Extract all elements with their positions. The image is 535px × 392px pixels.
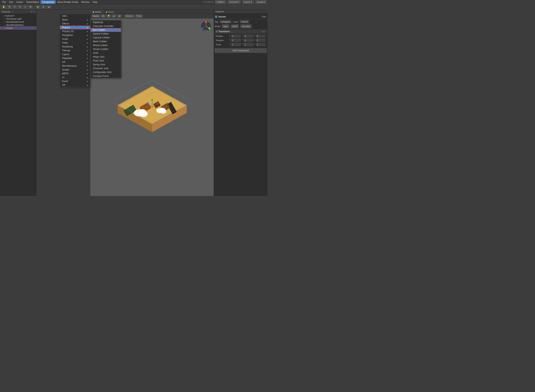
inspector-obj-name: house [219,15,226,18]
main-layout: Hierarchy ▾ All ▾ ▸ myScene* ▸ Direction… [0,9,268,196]
play-btn[interactable]: ▶ [36,5,40,9]
menu-physics2d[interactable]: Physics 2D ▸ [60,29,90,33]
menu-audio[interactable]: Audio ▸ [60,37,90,41]
menu-physics[interactable]: Physics ▸ [60,26,90,29]
tab-scene[interactable]: ▶ Scene [90,10,104,14]
transform-component-header[interactable]: ⊕ Transform ⚙ ? [215,29,267,34]
submenu-fixedjoint[interactable]: Fixed Joint [91,59,121,63]
scene-area: Add... Mesh ▸ Effects ▸ Physics ▸ Physic… [37,9,214,196]
rot-x-field[interactable]: 0 [231,39,241,42]
menu-scripts[interactable]: Scripts ▸ [60,68,90,72]
transform-rotation-row: Rotation X 0 Y 0 Z 0 [215,38,267,42]
inspector-layer-label: Layer [233,21,238,23]
submenu-rigidbody[interactable]: Rigidbody [91,20,121,24]
hand-tool[interactable]: ✋ [1,5,7,9]
menu-mrtk[interactable]: MRTK ▸ [60,72,90,75]
hier-mrtoolkit[interactable]: ▸ MixedRealityToolki [0,20,36,23]
scene-persp-btn[interactable]: Persp [135,14,143,18]
menu-edit[interactable]: Edit [8,0,15,4]
submenu-meshcollider[interactable]: Mesh Collider [91,40,121,43]
menu-component[interactable]: Component [41,0,56,4]
object-enabled-checkbox[interactable] [215,16,217,18]
pos-y-field[interactable]: 0 [244,35,253,38]
menu-help[interactable]: Help [91,0,99,4]
submenu-springjoint[interactable]: Spring Joint [91,63,121,66]
menu-effects[interactable]: Effects ▸ [60,22,90,26]
menu-mrtk[interactable]: Mixed Reality Toolkit [56,0,80,4]
add-component-button[interactable]: Add Component [215,48,267,53]
scene-gizmos-btn[interactable]: Gizmos ▾ [124,14,135,18]
scene-tool-shading[interactable]: Shaded [91,14,100,18]
menu-video[interactable]: Video ▸ [60,41,90,45]
pos-x-field[interactable]: 0 [231,35,241,38]
submenu-charcontroller[interactable]: Character Controller [91,24,121,28]
menu-gameobject[interactable]: GameObject [25,0,41,4]
hier-myscene[interactable]: ▸ myScene* [0,14,36,17]
menu-file[interactable]: File [1,0,8,4]
rotation-values: X 0 Y 0 Z 0 [229,39,266,42]
inspector-title: Inspector [215,10,224,13]
menu-xr[interactable]: XR ▸ [60,83,90,87]
menu-ui[interactable]: UI ▸ [60,75,90,79]
inspector-overrides-btn[interactable]: Overrides [240,24,251,28]
pause-btn[interactable]: ⏸ [41,5,46,9]
menu-rendering[interactable]: Rendering ▸ [60,45,90,49]
menu-misc[interactable]: Miscellaneous ▸ [60,64,90,68]
menu-playables[interactable]: Playables ▸ [60,56,90,60]
menu-tilemap[interactable]: Tilemap ▸ [60,49,90,52]
step-btn[interactable]: ⏭ [47,5,51,9]
rot-z-field[interactable]: 0 [256,39,266,42]
submenu-wheelcollider[interactable]: Wheel Collider [91,43,121,47]
scale-x-field[interactable]: 1 [231,43,241,46]
menu-assets[interactable]: Assets [15,0,25,4]
inspector-tag-value[interactable]: Untagged [220,20,232,23]
submenu-hingejoint[interactable]: Hinge Joint [91,55,121,59]
hierarchy-panel: Hierarchy ▾ All ▾ ▸ myScene* ▸ Direction… [0,9,37,196]
account-dropdown[interactable]: Account ▾ [228,0,241,4]
menu-window[interactable]: Window [80,0,91,4]
inspector-tag-row: Tag Untagged Layer Default [215,20,267,24]
menu-layout[interactable]: Layout ▸ [60,52,90,56]
scale-y-field[interactable]: 1 [244,43,253,46]
submenu-capsulecollider[interactable]: Capsule Collider [91,36,121,40]
layout-dropdown[interactable]: Layout ▾ [255,0,267,4]
hier-house[interactable]: ▶ house [0,27,36,30]
menu-ar[interactable]: AR ▸ [60,60,90,64]
hier-dirlight[interactable]: ▸ Directional Light [0,17,36,20]
collab-dropdown[interactable]: Collab ▾ [215,0,226,4]
gizmo-compass: Y Z X Persp [200,20,212,32]
inspector-layer-value[interactable]: Default [240,20,249,23]
rot-y-field[interactable]: 0 [244,39,253,42]
submenu-configjoint[interactable]: Configurable Joint [91,70,121,74]
rect-tool[interactable]: ▭ [23,5,28,9]
inspector-select-btn[interactable]: Select [231,24,239,28]
submenu-boxcollider[interactable]: Box Collider [91,28,121,32]
submenu-constforce[interactable]: Constant Force [91,74,121,78]
hier-mrplays[interactable]: ▸ MixedRealityPlays [0,23,36,27]
menu-navigation[interactable]: Navigation ▸ [60,33,90,37]
transform-tool[interactable]: ⊕ [28,5,33,9]
scale-z-field[interactable]: 1 [256,43,266,46]
scale-tool[interactable]: ⊡ [18,5,22,9]
layers-dropdown[interactable]: Layers ▾ [242,0,254,4]
scene-tool-audio[interactable]: 🔊 [112,14,116,18]
submenu-charjoint[interactable]: Character Joint [91,66,121,70]
menu-mesh[interactable]: Mesh ▸ [60,18,90,22]
submenu-spherecollider[interactable]: Sphere Collider [91,32,121,36]
scene-tool-fx[interactable]: ✨ [117,14,122,18]
submenu-cloth[interactable]: Cloth [91,51,121,55]
move-tool[interactable]: ✥ [7,5,12,9]
scene-tool-2d[interactable]: 2D [101,14,105,18]
inspector-static-label: Static [262,16,266,18]
submenu-terraincollider[interactable]: Terrain Collider [91,47,121,51]
scene-tool-light[interactable]: 💡 [106,14,111,18]
pos-z-field[interactable]: 0 [256,35,266,38]
inspector-open-btn[interactable]: Open [222,24,229,28]
tab-game[interactable]: ▶ Game [104,10,116,14]
svg-point-16 [160,109,166,114]
menu-event[interactable]: Event ▸ [60,79,90,83]
menu-add[interactable]: Add... [60,14,90,18]
svg-text:Z: Z [209,28,210,29]
rotate-tool[interactable]: ↻ [13,5,17,9]
hier-mrtoolkit-label: MixedRealityToolki [6,21,24,23]
